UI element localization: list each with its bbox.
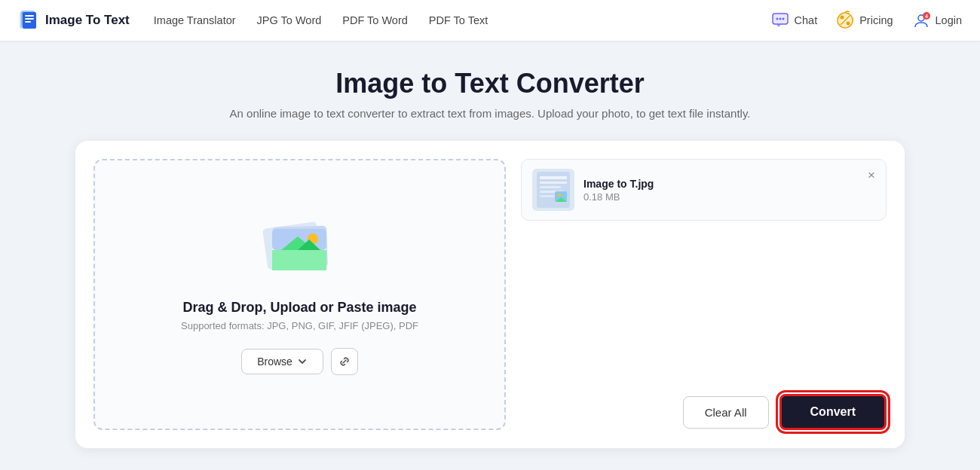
svg-text:4: 4 xyxy=(925,14,928,19)
login-button[interactable]: 4 Login xyxy=(911,11,962,30)
chevron-down-icon xyxy=(297,356,308,367)
pricing-button[interactable]: Pricing xyxy=(835,11,893,30)
login-label: Login xyxy=(936,14,962,26)
file-item: Image to T.jpg 0.18 MB × xyxy=(521,159,887,221)
pricing-label: Pricing xyxy=(859,14,893,26)
svg-rect-25 xyxy=(272,261,326,270)
nav-links: Image Translator JPG To Word PDF To Word… xyxy=(154,14,770,26)
nav-pdf-to-text[interactable]: PDF To Text xyxy=(429,14,488,26)
link-icon xyxy=(338,355,351,368)
svg-point-8 xyxy=(776,18,778,20)
svg-rect-2 xyxy=(23,12,36,29)
page-subtitle: An online image to text converter to ext… xyxy=(230,107,751,120)
svg-rect-28 xyxy=(540,182,567,184)
brand-name: Image To Text xyxy=(45,13,130,28)
login-icon: 4 xyxy=(911,11,931,30)
file-size: 0.18 MB xyxy=(583,191,875,203)
svg-rect-27 xyxy=(540,176,567,179)
link-button[interactable] xyxy=(331,348,358,375)
nav-pdf-to-word[interactable]: PDF To Word xyxy=(342,14,408,26)
nav-jpg-to-word[interactable]: JPG To Word xyxy=(257,14,322,26)
file-thumb-icon xyxy=(535,170,571,209)
drop-subtitle: Supported formats: JPG, PNG, GIF, JFIF (… xyxy=(181,320,418,331)
svg-point-12 xyxy=(841,16,844,20)
action-row: Clear All Convert xyxy=(521,382,887,430)
svg-point-10 xyxy=(782,18,784,20)
svg-rect-29 xyxy=(540,186,561,188)
chat-button[interactable]: Chat xyxy=(770,11,818,30)
svg-point-33 xyxy=(558,194,561,197)
svg-rect-5 xyxy=(25,21,31,23)
nav-right: Chat Pricing 4 Login xyxy=(770,11,962,30)
file-close-button[interactable]: × xyxy=(868,169,875,182)
convert-button[interactable]: Convert xyxy=(779,394,887,430)
drop-image-icon xyxy=(259,214,341,282)
file-info: Image to T.jpg 0.18 MB xyxy=(583,178,875,203)
navbar: Image To Text Image Translator JPG To Wo… xyxy=(0,0,980,41)
page-title: Image to Text Converter xyxy=(335,68,644,99)
file-list-pane: Image to T.jpg 0.18 MB × Clear All Conve… xyxy=(506,159,887,430)
file-thumbnail xyxy=(532,169,574,211)
logo-icon xyxy=(18,10,39,31)
svg-rect-3 xyxy=(25,15,34,17)
svg-point-9 xyxy=(779,18,781,20)
drop-zone[interactable]: Drag & Drop, Upload or Paste image Suppo… xyxy=(93,159,506,430)
drop-title: Drag & Drop, Upload or Paste image xyxy=(182,300,416,316)
svg-point-13 xyxy=(847,22,850,26)
chat-label: Chat xyxy=(795,14,818,26)
clear-all-button[interactable]: Clear All xyxy=(683,396,769,429)
browse-label: Browse xyxy=(257,356,292,368)
converter-card: Drag & Drop, Upload or Paste image Suppo… xyxy=(75,141,905,448)
browse-row: Browse xyxy=(241,348,358,375)
pricing-icon xyxy=(835,11,855,30)
nav-image-translator[interactable]: Image Translator xyxy=(154,14,236,26)
file-name: Image to T.jpg xyxy=(583,178,875,190)
main-content: Image to Text Converter An online image … xyxy=(0,41,980,466)
brand-logo[interactable]: Image To Text xyxy=(18,10,130,31)
browse-button[interactable]: Browse xyxy=(241,349,323,374)
chat-icon xyxy=(770,11,790,30)
svg-rect-31 xyxy=(540,195,555,197)
svg-rect-4 xyxy=(25,18,34,20)
drop-icon-wrap xyxy=(259,214,341,285)
